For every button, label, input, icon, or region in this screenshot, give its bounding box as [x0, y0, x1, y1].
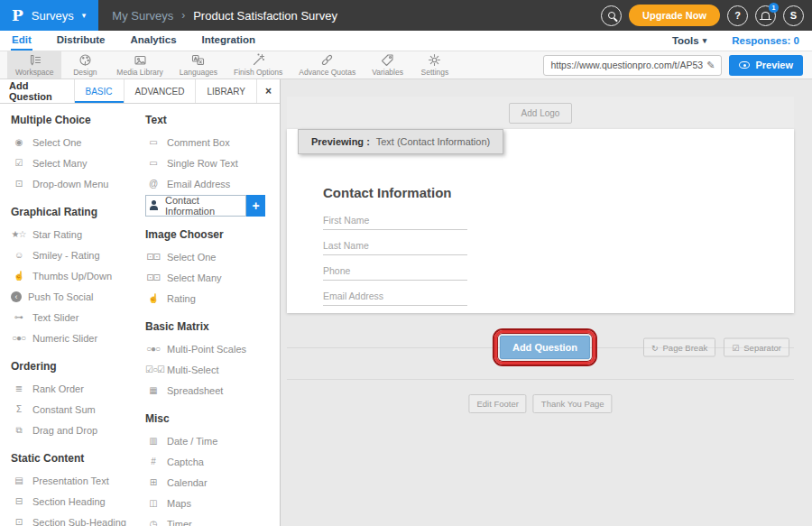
form-field-phone[interactable]: Phone: [323, 265, 467, 281]
main-area: Add Question BASIC ADVANCED LIBRARY × Mu…: [0, 79, 812, 526]
panel-item-rank-order[interactable]: ≣Rank Order: [11, 378, 140, 399]
question-type-list: Multiple Choice◉Select One☑Select Many⊡D…: [0, 104, 280, 526]
panel-item-numeric-slider[interactable]: ○●○Numeric Slider: [11, 328, 140, 348]
survey-url-field[interactable]: https://www.questionpro.com/t/AP53kZgUI …: [543, 55, 722, 76]
nav-tab-edit[interactable]: Edit: [11, 31, 32, 51]
panel-item-drop-down-menu[interactable]: ⊡Drop-down Menu: [11, 173, 140, 194]
edit-footer-button[interactable]: Edit Footer: [468, 394, 526, 413]
panel-item-section-heading[interactable]: ⊟Section Heading: [11, 491, 140, 512]
panel-item-single-row-text[interactable]: ▭Single Row Text: [145, 152, 280, 173]
page-break-button[interactable]: ↻ Page Break: [643, 338, 715, 357]
tab-advanced[interactable]: ADVANCED: [124, 79, 196, 103]
add-logo-button[interactable]: Add Logo: [509, 103, 573, 124]
panel-item-select-many[interactable]: ⊡⊡Select Many: [145, 267, 280, 288]
panel-item-push-to-social[interactable]: ‹Push To Social: [11, 286, 140, 307]
panel-item-label: Rating: [167, 293, 196, 304]
panel-item-rating[interactable]: ☝Rating: [145, 288, 280, 309]
panel-item-select-many[interactable]: ☑Select Many: [11, 152, 140, 173]
panel-item-drag-and-drop[interactable]: ⧉Drag and Drop: [11, 420, 140, 440]
panel-item-label: Multi-Select: [167, 365, 218, 375]
add-question-panel: Add Question BASIC ADVANCED LIBRARY × Mu…: [0, 79, 281, 526]
help-button[interactable]: ?: [727, 5, 748, 26]
maps-icon: ◫: [145, 498, 161, 508]
user-avatar[interactable]: S: [783, 5, 804, 26]
form-field-first-name[interactable]: First Name: [323, 215, 467, 230]
nav-tab-distribute[interactable]: Distribute: [56, 31, 106, 51]
panel-item-captcha[interactable]: #Captcha: [145, 451, 280, 472]
person-icon: [149, 200, 159, 211]
toolbar-workspace[interactable]: Workspace: [7, 51, 61, 78]
breadcrumb-my-surveys[interactable]: My Surveys: [112, 9, 173, 23]
separator-icon: ☑: [732, 343, 739, 352]
panel-item-star-rating[interactable]: ★☆Star Rating: [11, 224, 140, 245]
preview-button[interactable]: Preview: [729, 55, 803, 76]
panel-item-label: Numeric Slider: [32, 333, 97, 344]
add-question-button[interactable]: Add Question: [500, 336, 590, 359]
toolbar-languages[interactable]: Languages: [171, 51, 226, 78]
panel-item-label: Select Many: [167, 272, 222, 283]
logo-bar: Add Logo: [287, 97, 794, 129]
tab-basic[interactable]: BASIC: [74, 79, 124, 103]
form-field-email-address[interactable]: Email Address: [323, 291, 467, 306]
panel-item-thumbs-up-down[interactable]: ☝Thumbs Up/Down: [11, 265, 140, 286]
nav-tab-integration[interactable]: Integration: [201, 31, 256, 51]
panel-item-label: Comment Box: [167, 137, 230, 148]
panel-item-timer[interactable]: ◷Timer: [145, 513, 280, 526]
panel-item-section-sub-heading[interactable]: ⊡Section Sub-Heading: [11, 512, 140, 526]
drag-drop-icon: ⧉: [11, 425, 26, 436]
contact-form-preview: Contact Information First NameLast NameP…: [323, 185, 467, 316]
timer-icon: ◷: [145, 519, 161, 526]
edit-url-icon[interactable]: ✎: [706, 60, 715, 71]
panel-item-email-address[interactable]: @Email Address: [145, 173, 280, 194]
help-icon: ?: [734, 10, 741, 21]
panel-item-comment-box[interactable]: ▭Comment Box: [145, 132, 280, 152]
section-heading-icon: ⊟: [11, 496, 26, 506]
toolbar-settings[interactable]: Settings: [411, 51, 458, 78]
nav-tab-analytics[interactable]: Analytics: [129, 31, 177, 51]
panel-item-text-slider[interactable]: ⊶Text Slider: [11, 307, 140, 328]
toolbar-variables[interactable]: Variables: [364, 51, 411, 78]
search-button[interactable]: [601, 5, 622, 26]
thank-you-page-button[interactable]: Thank You Page: [533, 394, 613, 413]
panel-item-presentation-text[interactable]: ▤Presentation Text: [11, 470, 140, 491]
panel-item-multi-point-scales[interactable]: ○●○Multi-Point Scales: [145, 338, 280, 359]
panel-item-label: Section Sub-Heading: [32, 517, 126, 526]
previewing-tab: Previewing : Text (Contact Information): [298, 129, 503, 154]
tab-library[interactable]: LIBRARY: [195, 79, 256, 103]
question-preview-card: Previewing : Text (Contact Information) …: [287, 129, 794, 313]
panel-item-spreadsheet[interactable]: ▦Spreadsheet: [145, 380, 280, 401]
panel-item-multi-select[interactable]: ☑○☑Multi-Select: [145, 359, 280, 380]
panel-item-select-one[interactable]: ⊡⊡Select One: [145, 246, 280, 267]
panel-item-calendar[interactable]: ⊞Calendar: [145, 472, 280, 493]
image-select-icon: ⊡⊡: [145, 272, 161, 282]
panel-close-button[interactable]: ×: [256, 79, 280, 103]
chain-link-icon: [320, 53, 334, 67]
presentation-text-icon: ▤: [11, 475, 26, 485]
tools-menu[interactable]: Tools ▾: [672, 35, 706, 46]
section-subheading-icon: ⊡: [11, 517, 26, 526]
app-menu[interactable]: P Surveys ▾: [0, 0, 98, 31]
form-field-last-name[interactable]: Last Name: [323, 240, 467, 255]
notifications-button[interactable]: 1: [755, 5, 776, 26]
toolbar-finish-options[interactable]: Finish Options: [226, 51, 291, 78]
breadcrumb-current-survey: Product Satisfaction Survey: [193, 9, 337, 23]
question-title: Contact Information: [323, 185, 467, 200]
panel-item-contact-information[interactable]: Contact Information: [145, 195, 246, 217]
toolbar-design[interactable]: Design: [61, 51, 108, 78]
panel-item-date-time[interactable]: ▥Date / Time: [145, 430, 280, 451]
toolbar-media-library[interactable]: Media Library: [108, 51, 171, 78]
product-name: Surveys: [32, 9, 74, 23]
survey-frame: Add Logo Previewing : Text (Contact Info…: [287, 97, 794, 526]
panel-item-maps[interactable]: ◫Maps: [145, 493, 280, 513]
panel-item-label: Smiley - Rating: [32, 250, 100, 261]
panel-item-select-one[interactable]: ◉Select One: [11, 132, 140, 152]
upgrade-now-button[interactable]: Upgrade Now: [629, 5, 720, 26]
panel-item-label: Single Row Text: [167, 158, 238, 169]
responses-count[interactable]: Responses: 0: [732, 35, 799, 46]
toolbar-advance-quotas[interactable]: Advance Quotas: [291, 51, 364, 78]
panel-item-smiley-rating[interactable]: ☺Smiley - Rating: [11, 245, 140, 265]
separator-button[interactable]: ☑ Separator: [724, 338, 789, 357]
radio-list-icon: ◉: [11, 137, 26, 147]
add-selected-question-button[interactable]: +: [246, 195, 265, 217]
panel-item-constant-sum[interactable]: ΣConstant Sum: [11, 399, 140, 420]
